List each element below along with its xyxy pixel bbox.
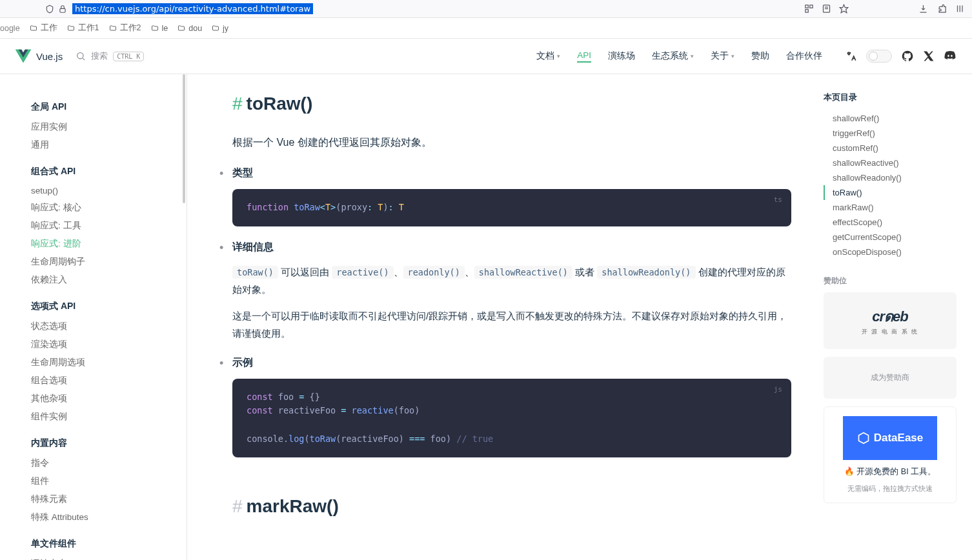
scrollbar-thumb[interactable]	[183, 74, 185, 203]
nav-api[interactable]: API	[577, 50, 591, 63]
search-placeholder: 搜索	[91, 50, 108, 62]
bookmark-item[interactable]: le	[150, 24, 168, 33]
sidebar-item[interactable]: 其他杂项	[31, 390, 187, 408]
code-lang-badge: js	[774, 384, 782, 395]
nav-ecosystem[interactable]: 生态系统▾	[652, 50, 694, 62]
sponsor-dataease[interactable]: DataEase 🔥 开源免费的 BI 工具。 无需编码，拖拉拽方式快速	[824, 406, 957, 503]
svg-rect-2	[810, 5, 813, 8]
inline-code[interactable]: reactive()	[332, 266, 393, 279]
svg-rect-0	[60, 8, 65, 12]
toc-title: 本页目录	[824, 92, 957, 103]
page-heading: # toRaw()	[232, 94, 791, 114]
sidebar-item[interactable]: 语法定义	[31, 555, 187, 560]
lock-icon	[58, 5, 67, 14]
folder-icon	[150, 25, 159, 32]
sidebar-item[interactable]: 特殊 Attributes	[31, 508, 187, 526]
browser-url-bar: https://cn.vuejs.org/api/reactivity-adva…	[0, 0, 972, 18]
sidebar-item[interactable]: 响应式: 核心	[31, 199, 187, 217]
nav-playground[interactable]: 演练场	[608, 50, 635, 62]
bookmark-item[interactable]: oogle	[0, 24, 20, 33]
inline-code[interactable]: readonly()	[403, 266, 465, 279]
become-sponsor-text: 成为赞助商	[871, 363, 909, 392]
star-icon[interactable]	[839, 4, 849, 14]
sidebar-icon[interactable]	[956, 4, 966, 14]
sidebar-item[interactable]: 生命周期钩子	[31, 253, 187, 271]
svg-marker-13	[858, 433, 868, 444]
toc-item[interactable]: effectScope()	[824, 215, 957, 230]
become-sponsor-box[interactable]: 成为赞助商	[824, 357, 957, 399]
sidebar-item[interactable]: 响应式: 工具	[31, 217, 187, 235]
toc-item[interactable]: triggerRef()	[824, 126, 957, 141]
sidebar-item[interactable]: 特殊元素	[31, 490, 187, 508]
github-icon[interactable]	[901, 50, 914, 63]
search-kbd: CTRL K	[113, 52, 144, 61]
left-sidebar: 全局 API 应用实例 通用 组合式 API setup() 响应式: 核心 响…	[0, 74, 187, 560]
sidebar-group-title: 内置内容	[31, 437, 187, 449]
sidebar-item[interactable]: 依赖注入	[31, 271, 187, 289]
sidebar-item[interactable]: 组件实例	[31, 408, 187, 426]
extensions-icon[interactable]	[937, 4, 947, 14]
logo[interactable]: Vue.js	[15, 48, 63, 64]
translate-icon[interactable]	[845, 50, 857, 62]
toc-item[interactable]: getCurrentScope()	[824, 230, 957, 245]
detail-paragraph-1: toRaw() 可以返回由 reactive()、readonly()、shal…	[232, 263, 791, 298]
dataease-logo: DataEase	[843, 416, 938, 460]
twitter-icon[interactable]	[923, 50, 935, 62]
inline-code[interactable]: shallowReactive()	[474, 266, 572, 279]
dataease-desc: 无需编码，拖拉拽方式快速	[847, 484, 933, 494]
anchor-hash[interactable]: #	[232, 94, 243, 114]
sidebar-item[interactable]: 状态选项	[31, 317, 187, 335]
crmeb-subtitle: 开 源 电 商 系 统	[862, 328, 919, 336]
folder-icon	[29, 25, 38, 32]
sidebar-group-title: 全局 API	[31, 101, 187, 113]
nav-about[interactable]: 关于▾	[711, 50, 734, 62]
section-example-title: 示例	[232, 356, 791, 370]
qr-icon[interactable]	[804, 4, 814, 14]
bookmark-item[interactable]: 工作2	[108, 23, 141, 34]
sidebar-item[interactable]: 组件	[31, 472, 187, 490]
download-icon[interactable]	[918, 4, 928, 14]
svg-line-12	[83, 58, 85, 60]
url-text[interactable]: https://cn.vuejs.org/api/reactivity-adva…	[72, 3, 313, 14]
sidebar-group-title: 组合式 API	[31, 166, 187, 177]
sidebar-item[interactable]: 应用实例	[31, 118, 187, 136]
code-lang-badge: ts	[774, 194, 782, 206]
nav-docs[interactable]: 文档▾	[536, 50, 560, 62]
next-heading: # markRaw()	[232, 496, 791, 517]
sidebar-item[interactable]: 通用	[31, 136, 187, 154]
discord-icon[interactable]	[944, 50, 957, 63]
sponsor-section-title: 赞助位	[824, 276, 957, 286]
vue-logo-icon	[15, 48, 31, 64]
toc-item[interactable]: shallowReadonly()	[824, 170, 957, 185]
toc-item[interactable]: shallowRef()	[824, 111, 957, 126]
nav-sponsor[interactable]: 赞助	[751, 50, 769, 62]
sidebar-item[interactable]: 生命周期选项	[31, 354, 187, 372]
anchor-hash[interactable]: #	[232, 496, 243, 517]
sidebar-item[interactable]: 组合选项	[31, 372, 187, 390]
sidebar-item[interactable]: setup()	[31, 183, 187, 199]
code-block-example[interactable]: jsconst foo = {} const reactiveFoo = rea…	[232, 379, 791, 457]
toc-item[interactable]: shallowReactive()	[824, 155, 957, 170]
toc-item-active[interactable]: toRaw()	[824, 185, 957, 200]
toc-item[interactable]: onScopeDispose()	[824, 245, 957, 259]
folder-icon	[177, 25, 186, 32]
theme-toggle[interactable]	[866, 50, 892, 63]
sidebar-item-active[interactable]: 响应式: 进阶	[31, 235, 187, 253]
reader-icon[interactable]	[822, 4, 831, 14]
bookmark-item[interactable]: 工作	[29, 23, 57, 34]
inline-code[interactable]: shallowReadonly()	[597, 266, 695, 279]
section-type-title: 类型	[232, 166, 791, 180]
nav-partners[interactable]: 合作伙伴	[786, 50, 822, 62]
sponsor-crmeb[interactable]: crดeb 开 源 电 商 系 统	[824, 292, 957, 349]
sidebar-item[interactable]: 渲染选项	[31, 335, 187, 354]
toc-item[interactable]: customRef()	[824, 141, 957, 155]
code-block-type[interactable]: tsfunction toRaw<T>(proxy: T): T	[232, 189, 791, 226]
bookmark-item[interactable]: dou	[177, 24, 202, 33]
search-box[interactable]: 搜索 CTRL K	[76, 50, 144, 62]
sidebar-item[interactable]: 指令	[31, 454, 187, 472]
toc-item[interactable]: markRaw()	[824, 200, 957, 215]
bookmark-item[interactable]: jy	[211, 24, 228, 33]
bookmark-item[interactable]: 工作1	[66, 23, 99, 34]
svg-rect-3	[805, 10, 808, 12]
sidebar-group-title: 单文件组件	[31, 538, 187, 550]
